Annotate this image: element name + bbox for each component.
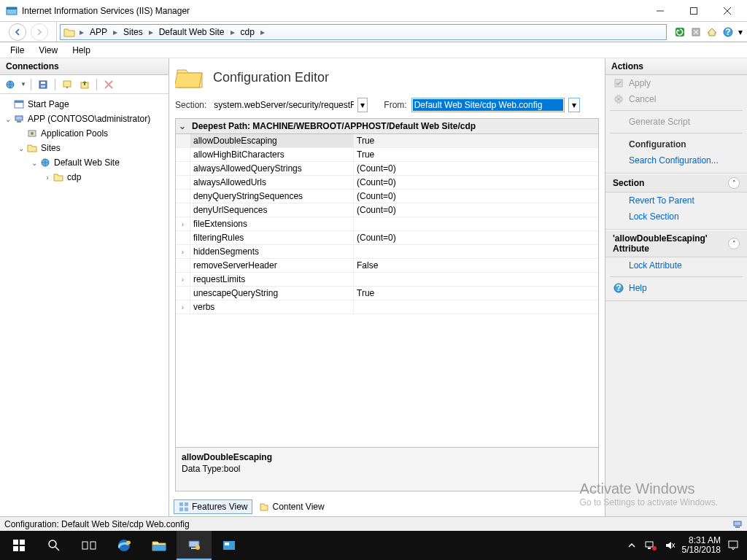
address-bar[interactable]: ▸ APP ▸ Sites ▸ Default Web Site ▸ cdp ▸: [60, 24, 667, 40]
chevron-right-icon[interactable]: ▸: [229, 27, 236, 37]
tray-up-icon[interactable]: [625, 539, 638, 552]
chevron-down-icon[interactable]: ▼: [20, 81, 26, 88]
property-row[interactable]: ›hiddenSegments: [176, 245, 598, 259]
from-dropdown-icon[interactable]: ▾: [568, 98, 580, 112]
tree-app-pools[interactable]: Application Pools: [0, 126, 169, 141]
chevron-right-icon[interactable]: ▸: [147, 27, 155, 37]
action-revert-to-parent[interactable]: Revert To Parent: [605, 192, 747, 209]
minimize-button[interactable]: [643, 0, 677, 22]
tree-default-site[interactable]: ⌄ Default Web Site: [0, 155, 169, 170]
menu-help[interactable]: Help: [66, 44, 96, 57]
search-button[interactable]: [36, 531, 71, 560]
tree-cdp[interactable]: › cdp: [0, 170, 169, 184]
tray-network-icon[interactable]: [644, 539, 657, 552]
section-heading[interactable]: Section ˄: [605, 174, 747, 192]
property-value[interactable]: [354, 273, 598, 286]
property-row[interactable]: ›verbs: [176, 300, 598, 314]
property-value[interactable]: False: [354, 259, 598, 272]
expand-icon[interactable]: ›: [42, 174, 53, 182]
breadcrumb-cdp[interactable]: cdp: [239, 25, 256, 39]
tree-server[interactable]: ⌄ APP (CONTOSO\administrator): [0, 112, 169, 126]
action-lock-attribute[interactable]: Lock Attribute: [605, 257, 747, 273]
property-value[interactable]: True: [354, 134, 598, 147]
tray-notifications-icon[interactable]: [727, 539, 740, 552]
close-button[interactable]: [711, 0, 744, 22]
property-row[interactable]: alwaysAllowedUrls(Count=0): [176, 176, 598, 190]
property-value[interactable]: [354, 245, 598, 258]
menu-file[interactable]: File: [4, 44, 30, 57]
tray-volume-icon[interactable]: [663, 539, 676, 552]
from-combo[interactable]: Default Web Site/cdp Web.config: [411, 98, 565, 112]
section-dropdown-icon[interactable]: ▾: [357, 98, 368, 112]
property-row[interactable]: unescapeQueryStringTrue: [176, 287, 598, 300]
maximize-button[interactable]: [677, 0, 711, 22]
menu-view[interactable]: View: [33, 44, 63, 57]
property-value[interactable]: (Count=0): [354, 231, 598, 244]
property-row[interactable]: denyUrlSequences(Count=0): [176, 203, 598, 217]
home-icon[interactable]: [705, 25, 719, 39]
property-row[interactable]: ›requestLimits: [176, 273, 598, 287]
property-row[interactable]: filteringRules(Count=0): [176, 231, 598, 245]
chevron-up-icon[interactable]: ˄: [728, 177, 740, 189]
property-value[interactable]: (Count=0): [354, 203, 598, 217]
tree-sites[interactable]: ⌄ Sites: [0, 141, 169, 155]
action-search-configuration[interactable]: Search Configuration...: [605, 152, 747, 168]
taskbar-clock[interactable]: 8:31 AM 5/18/2018: [682, 536, 721, 555]
forward-button[interactable]: [31, 23, 48, 41]
property-value[interactable]: [354, 217, 598, 230]
expand-icon[interactable]: ›: [176, 217, 190, 230]
collapse-icon[interactable]: ⌄: [29, 159, 39, 167]
taskbar-app[interactable]: [212, 531, 247, 560]
taskbar-iis-manager[interactable]: [177, 531, 212, 560]
tab-features-view[interactable]: Features View: [174, 499, 252, 514]
collapse-icon[interactable]: ⌄: [3, 115, 13, 123]
chevron-right-icon[interactable]: ▸: [78, 27, 85, 37]
taskbar-explorer[interactable]: [142, 531, 177, 560]
action-help[interactable]: ? Help: [605, 280, 747, 296]
property-row[interactable]: allowDoubleEscapingTrue: [176, 134, 598, 148]
attribute-heading[interactable]: 'allowDoubleEscaping' Attribute ˄: [605, 230, 747, 257]
property-row[interactable]: denyQueryStringSequences(Count=0): [176, 190, 598, 203]
property-value[interactable]: (Count=0): [354, 176, 598, 189]
tab-content-view[interactable]: Content View: [254, 499, 329, 514]
dropdown-icon[interactable]: ▾: [737, 25, 744, 39]
refresh-icon[interactable]: [673, 25, 687, 39]
property-row[interactable]: ›fileExtensions: [176, 217, 598, 231]
property-value[interactable]: (Count=0): [354, 162, 598, 175]
connect-icon[interactable]: [3, 77, 18, 92]
task-view-button[interactable]: [71, 531, 107, 560]
chevron-right-icon[interactable]: ▸: [259, 27, 266, 37]
help-icon[interactable]: ?: [721, 25, 735, 39]
property-row[interactable]: removeServerHeaderFalse: [176, 259, 598, 273]
expand-icon[interactable]: ›: [176, 300, 190, 314]
expand-icon[interactable]: ›: [176, 273, 190, 286]
collapse-icon[interactable]: ⌄: [179, 121, 187, 131]
expand-icon[interactable]: ›: [176, 245, 190, 258]
up-icon[interactable]: [77, 77, 92, 92]
chevron-right-icon[interactable]: ▸: [112, 27, 119, 37]
action-lock-section[interactable]: Lock Section: [605, 209, 747, 225]
property-value[interactable]: True: [354, 287, 598, 300]
configuration-heading: Configuration: [605, 136, 747, 152]
breadcrumb-sites[interactable]: Sites: [122, 25, 144, 39]
property-group-header[interactable]: ⌄ Deepest Path: MACHINE/WEBROOT/APPHOST/…: [176, 119, 598, 134]
stop-icon[interactable]: [689, 25, 703, 39]
start-button[interactable]: [1, 531, 36, 560]
breadcrumb-default-site[interactable]: Default Web Site: [158, 25, 226, 39]
collapse-icon[interactable]: ⌄: [16, 144, 26, 152]
property-row[interactable]: alwaysAllowedQueryStrings(Count=0): [176, 162, 598, 176]
back-button[interactable]: [9, 23, 26, 41]
section-combo[interactable]: system.webServer/security/requestFi: [211, 98, 354, 112]
chevron-up-icon[interactable]: ˄: [728, 238, 740, 249]
property-value[interactable]: (Count=0): [354, 190, 598, 203]
property-row[interactable]: allowHighBitCharactersTrue: [176, 148, 598, 162]
save-icon[interactable]: [36, 77, 50, 92]
breadcrumb-app[interactable]: APP: [88, 25, 109, 39]
property-value[interactable]: [354, 300, 598, 314]
folder-icon: [53, 171, 64, 183]
refresh-tree-icon[interactable]: [60, 77, 74, 92]
property-value[interactable]: True: [354, 148, 598, 161]
taskbar-ie[interactable]: [107, 531, 142, 560]
tree-start-page[interactable]: Start Page: [0, 97, 169, 112]
delete-icon[interactable]: [101, 77, 116, 92]
